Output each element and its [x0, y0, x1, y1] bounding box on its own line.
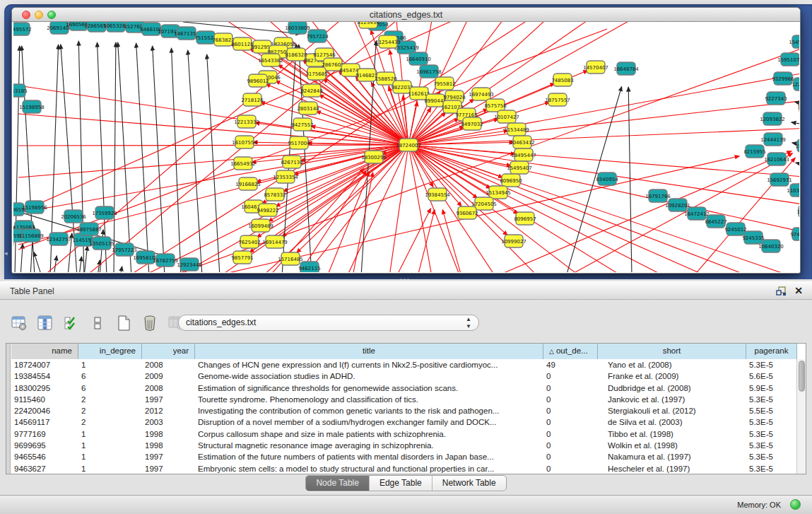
- graph-node[interactable]: 10999027: [501, 235, 526, 247]
- graph-node[interactable]: 18757557: [545, 93, 570, 106]
- column-header-name[interactable]: name: [11, 344, 78, 359]
- graph-node[interactable]: 12444139: [760, 133, 786, 146]
- table-vertical-scrollbar[interactable]: [796, 359, 806, 474]
- graph-node[interactable]: 6495572: [13, 23, 32, 35]
- graph-node[interactable]: 15451405: [789, 35, 799, 48]
- graph-node[interactable]: 16033809: [285, 22, 310, 34]
- table-row[interactable]: 1456911722003Disruption of a novel membe…: [11, 416, 797, 428]
- graph-node[interactable]: 3175685: [305, 67, 327, 80]
- graph-node[interactable]: 10463412: [510, 136, 535, 148]
- network-graph[interactable]: 6495572206914061690565712865654106532871…: [13, 22, 799, 272]
- graph-node[interactable]: 9329966: [772, 72, 794, 85]
- graph-node[interactable]: 13505135: [89, 237, 114, 250]
- graph-node[interactable]: 9242848: [300, 84, 322, 97]
- graph-node[interactable]: 12353354: [273, 170, 298, 183]
- graph-node[interactable]: 12923448: [177, 258, 202, 271]
- tab-node-table[interactable]: Node Table: [306, 476, 370, 491]
- column-header-short[interactable]: short: [598, 344, 746, 359]
- table-row[interactable]: 911546021997Tourette syndrome. Phenomeno…: [11, 394, 797, 405]
- graph-node[interactable]: 16472412: [684, 207, 710, 220]
- graph-node[interactable]: 11030534: [787, 184, 799, 197]
- graph-node[interactable]: 11254439: [375, 35, 401, 48]
- graph-node[interactable]: 16654932: [230, 157, 256, 170]
- graph-node[interactable]: 12342757: [46, 233, 71, 245]
- table-row[interactable]: 946362711997Embryonic stem cells: a mode…: [11, 463, 797, 474]
- graph-node[interactable]: 19384554: [425, 188, 450, 201]
- graph-node[interactable]: 20206536: [61, 210, 86, 223]
- graph-node[interactable]: 7957224: [306, 30, 329, 42]
- table-row[interactable]: 946554611997Estimation of the future num…: [11, 451, 797, 462]
- column-header-in_degree[interactable]: in_degree: [78, 344, 142, 359]
- graph-node[interactable]: 9517004: [288, 136, 310, 149]
- graph-node[interactable]: 9498222: [257, 204, 278, 216]
- panel-collapse-arrow[interactable]: ◂: [4, 250, 8, 257]
- graph-node[interactable]: 2053185: [13, 84, 28, 97]
- graph-node[interactable]: 18975887: [76, 223, 102, 235]
- table-row[interactable]: 1830029562008Estimation of significance …: [11, 382, 797, 394]
- graph-node[interactable]: 9227343: [765, 92, 787, 105]
- tab-edge-table[interactable]: Edge Table: [370, 476, 433, 491]
- column-header-title[interactable]: title: [195, 344, 543, 359]
- graph-node[interactable]: 8427552: [291, 118, 313, 131]
- graph-node[interactable]: 18495447: [511, 148, 536, 161]
- graph-node[interactable]: 15495407: [507, 161, 532, 174]
- close-panel-icon[interactable]: ✕: [794, 285, 803, 296]
- graph-node[interactable]: 1677268: [796, 205, 799, 218]
- graph-node[interactable]: 15951074: [777, 53, 799, 66]
- graph-node[interactable]: 12093822: [760, 112, 785, 125]
- delete-table-icon[interactable]: [141, 313, 159, 333]
- graph-node[interactable]: 8845227: [705, 215, 726, 228]
- table-row[interactable]: 977716911998Corpus callosum shape and si…: [11, 428, 797, 440]
- table-row[interactable]: 1938455462009Genome-wide association stu…: [11, 370, 797, 382]
- graph-node[interactable]: 16640910: [406, 52, 431, 65]
- table-row[interactable]: 2242004622012Investigating the contribut…: [11, 405, 797, 416]
- graph-node[interactable]: 8340954: [596, 173, 618, 185]
- graph-node[interactable]: 8215955: [743, 145, 765, 158]
- graph-node[interactable]: 1595853: [795, 139, 799, 152]
- graph-node[interactable]: 8096957: [514, 212, 536, 225]
- graph-node[interactable]: 16648784: [613, 62, 639, 75]
- graph-node[interactable]: 8578332: [264, 188, 286, 201]
- graph-node[interactable]: 7625402: [238, 235, 260, 248]
- graph-node[interactable]: 8267130: [281, 156, 302, 168]
- graph-node[interactable]: 16107554: [232, 136, 257, 148]
- graph-node[interactable]: 8497032: [461, 117, 483, 130]
- graph-node[interactable]: 16210643: [764, 153, 789, 165]
- graph-node[interactable]: 16543362: [258, 54, 283, 66]
- row-height-icon[interactable]: [88, 313, 107, 333]
- graph-node[interactable]: 9245335: [742, 231, 764, 244]
- graph-node[interactable]: 8601128: [231, 37, 253, 50]
- graph-node[interactable]: 10640320: [758, 240, 784, 252]
- graph-node[interactable]: 15692971: [767, 173, 792, 186]
- graph-node[interactable]: 12213333: [234, 115, 259, 128]
- graph-node[interactable]: 18300295: [361, 151, 387, 163]
- table-columns-icon[interactable]: [36, 313, 54, 333]
- graph-node[interactable]: 10928201: [665, 199, 690, 211]
- network-window[interactable]: citations_edges.txt 64955722069140616905…: [11, 7, 801, 274]
- float-panel-icon[interactable]: [776, 286, 787, 296]
- tab-network-table[interactable]: Network Table: [433, 476, 506, 491]
- graph-node[interactable]: 7955812: [433, 77, 455, 90]
- new-table-icon[interactable]: [114, 313, 133, 333]
- graph-node[interactable]: 10107427: [494, 110, 519, 123]
- graph-node[interactable]: 11534489: [504, 123, 529, 136]
- table-settings-icon[interactable]: [10, 313, 28, 333]
- graph-node[interactable]: 15198958: [19, 100, 45, 113]
- graph-node[interactable]: 9462115: [298, 262, 320, 272]
- graph-node[interactable]: 16914479: [262, 235, 288, 248]
- graph-node[interactable]: 8125434: [357, 22, 379, 28]
- network-canvas[interactable]: 6495572206914061690565712865654106532871…: [13, 22, 799, 272]
- column-header-year[interactable]: year: [142, 344, 195, 359]
- graph-node[interactable]: 14570407: [583, 61, 608, 74]
- graph-node[interactable]: 11156869: [18, 229, 44, 242]
- graph-node[interactable]: 19166825: [235, 177, 261, 190]
- graph-node[interactable]: 16961758: [416, 65, 442, 78]
- graph-node[interactable]: 15716485: [278, 252, 303, 265]
- graph-node[interactable]: 8096950: [500, 174, 522, 187]
- graph-node[interactable]: 9245012: [724, 223, 746, 235]
- graph-node[interactable]: 2803144: [297, 102, 319, 115]
- graph-node[interactable]: 17359928: [92, 206, 117, 219]
- column-header-out_de[interactable]: △out_de...: [543, 344, 598, 359]
- graph-node[interactable]: 16099489: [248, 219, 273, 232]
- graph-node[interactable]: 16782759: [153, 254, 178, 267]
